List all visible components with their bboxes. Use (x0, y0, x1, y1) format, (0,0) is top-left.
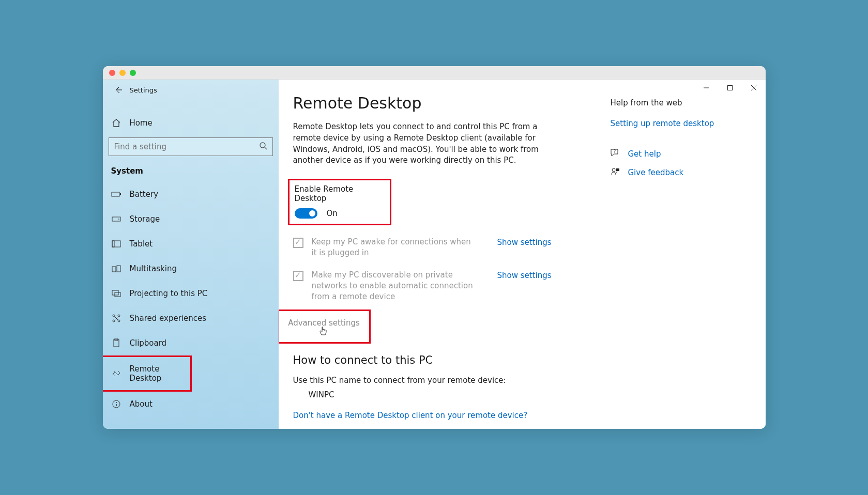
window-close-button[interactable] (742, 80, 766, 96)
sidebar-item-projecting[interactable]: Projecting to this PC (103, 281, 279, 306)
svg-rect-22 (616, 168, 619, 171)
how-to-connect-text: Use this PC name to connect from your re… (293, 376, 596, 385)
about-icon (111, 399, 121, 409)
help-rail: Help from the web Setting up remote desk… (611, 80, 766, 429)
svg-text:?: ? (614, 149, 616, 154)
svg-rect-10 (115, 292, 120, 297)
sidebar-item-label: Remote Desktop (130, 364, 182, 383)
help-icon: ? (611, 149, 620, 159)
sidebar-home[interactable]: Home (103, 111, 279, 135)
svg-point-12 (118, 315, 120, 317)
clipboard-icon (111, 338, 121, 348)
svg-rect-5 (112, 241, 120, 247)
svg-point-4 (118, 219, 119, 220)
svg-rect-1 (112, 192, 119, 196)
sidebar-item-tablet[interactable]: Tablet (103, 231, 279, 256)
keep-awake-show-settings-link[interactable]: Show settings (497, 238, 551, 247)
remote-desktop-icon (111, 368, 121, 379)
page-title: Remote Desktop (293, 94, 596, 112)
get-help-link[interactable]: ? Get help (611, 149, 753, 159)
sidebar-home-label: Home (130, 118, 153, 128)
app-title: Settings (130, 86, 157, 94)
svg-rect-19 (727, 86, 732, 90)
svg-point-0 (260, 143, 265, 148)
svg-point-21 (612, 168, 615, 172)
discoverable-checkbox[interactable] (293, 271, 303, 281)
back-button[interactable] (109, 81, 128, 99)
sidebar-item-label: Projecting to this PC (130, 289, 208, 298)
multitasking-icon (111, 264, 121, 274)
sidebar-item-clipboard[interactable]: Clipboard (103, 331, 279, 355)
keep-awake-label: Keep my PC awake for connections when it… (312, 237, 479, 258)
sidebar-item-multitasking[interactable]: Multitasking (103, 256, 279, 281)
settings-window: Settings Home System (103, 66, 766, 429)
keep-awake-checkbox[interactable] (293, 238, 303, 248)
sidebar-item-label: Clipboard (130, 338, 167, 348)
svg-rect-7 (112, 267, 116, 272)
svg-point-13 (113, 320, 115, 322)
how-to-connect-title: How to connect to this PC (293, 354, 596, 366)
sidebar-item-shared[interactable]: Shared experiences (103, 306, 279, 331)
svg-rect-6 (112, 241, 114, 247)
give-feedback-link[interactable]: Give feedback (611, 167, 753, 178)
tablet-icon (111, 239, 121, 249)
sidebar-item-label: Multitasking (130, 264, 177, 273)
enable-remote-desktop-block: Enable Remote Desktop On (288, 179, 391, 225)
search-input[interactable] (114, 142, 259, 151)
svg-rect-8 (117, 266, 120, 272)
feedback-icon (611, 167, 620, 178)
sidebar-item-storage[interactable]: Storage (103, 207, 279, 231)
storage-icon (111, 214, 121, 224)
sidebar-item-label: Storage (130, 214, 160, 224)
sidebar-item-label: Shared experiences (130, 314, 207, 323)
home-icon (111, 118, 121, 128)
sidebar-item-remote-desktop[interactable]: Remote Desktop (103, 355, 192, 392)
pc-name: WINPC (309, 390, 596, 399)
discoverable-show-settings-link[interactable]: Show settings (497, 271, 551, 280)
toggle-state-label: On (327, 209, 338, 218)
get-help-label: Get help (628, 149, 661, 159)
mac-titlebar (103, 66, 766, 80)
page-intro: Remote Desktop lets you connect to and c… (293, 121, 546, 166)
advanced-settings-link[interactable]: Advanced settings (279, 310, 371, 344)
discoverable-label: Make my PC discoverable on private netwo… (312, 270, 479, 302)
battery-icon (111, 189, 121, 199)
sidebar-item-battery[interactable]: Battery (103, 182, 279, 207)
sidebar: Settings Home System (103, 80, 279, 429)
main-content: Remote Desktop Remote Desktop lets you c… (279, 80, 766, 429)
cursor-icon (319, 327, 327, 337)
sidebar-item-about[interactable]: About (103, 392, 279, 416)
sidebar-item-label: Tablet (130, 239, 153, 249)
mac-close-button[interactable] (109, 70, 115, 76)
sidebar-item-label: Battery (130, 190, 159, 199)
search-box[interactable] (109, 137, 273, 156)
shared-icon (111, 313, 121, 323)
search-icon (259, 142, 267, 152)
rail-title: Help from the web (611, 98, 753, 107)
projecting-icon (111, 288, 121, 299)
no-client-link[interactable]: Don't have a Remote Desktop client on yo… (293, 411, 596, 420)
svg-point-18 (116, 402, 117, 403)
give-feedback-label: Give feedback (628, 168, 684, 177)
window-maximize-button[interactable] (718, 80, 742, 96)
enable-remote-desktop-toggle[interactable] (295, 208, 317, 219)
window-minimize-button[interactable] (694, 80, 718, 96)
mac-zoom-button[interactable] (130, 70, 136, 76)
sidebar-item-label: About (130, 399, 153, 409)
mac-minimize-button[interactable] (119, 70, 126, 76)
svg-point-14 (118, 320, 120, 322)
enable-label: Enable Remote Desktop (295, 184, 385, 203)
rail-link-setup[interactable]: Setting up remote desktop (611, 119, 753, 128)
sidebar-section-header: System (103, 156, 279, 180)
svg-rect-2 (120, 193, 121, 195)
svg-point-11 (113, 315, 115, 317)
